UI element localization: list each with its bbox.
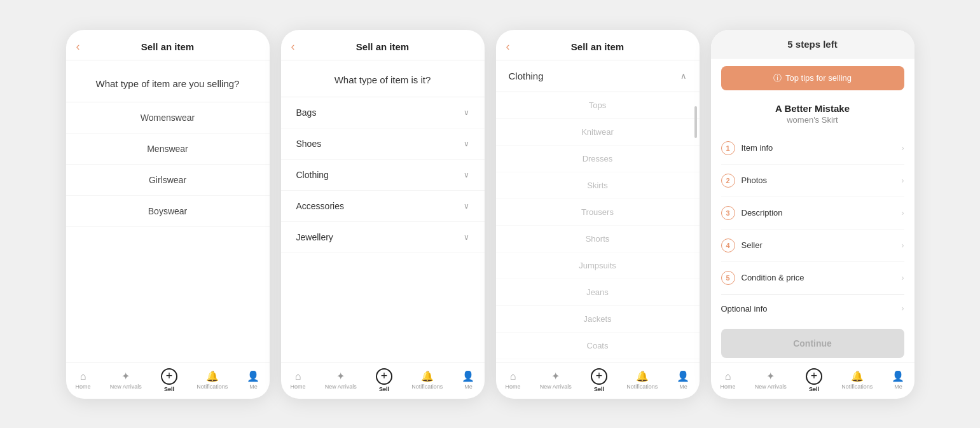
nav-notifications-3[interactable]: 🔔 Notifications — [626, 370, 658, 390]
step-left-2: 2 Photos — [721, 174, 767, 188]
back-icon-3[interactable]: ‹ — [506, 40, 510, 53]
screen1-question: What type of item are you selling? — [66, 60, 270, 102]
nav-notifications-label-1: Notifications — [197, 383, 228, 390]
optional-section[interactable]: Optional info › — [721, 294, 904, 322]
step-row-1[interactable]: 1 Item info › — [721, 132, 904, 165]
step-left-4: 4 Seller — [721, 238, 763, 252]
accordion-accessories-label: Accessories — [296, 201, 344, 211]
home-icon-4: ⌂ — [725, 371, 731, 382]
screen-3: ‹ Sell an item Clothing ∧ Tops Knitwear … — [496, 30, 700, 399]
nav-me-label-4: Me — [894, 383, 902, 390]
step-left-5: 5 Condition & price — [721, 271, 804, 285]
sub-trousers[interactable]: Trousers — [496, 199, 700, 226]
step-row-5[interactable]: 5 Condition & price › — [721, 262, 904, 294]
screen1-title: Sell an item — [141, 41, 194, 52]
nav-newarrivals-2[interactable]: ✦ New Arrivals — [325, 370, 357, 390]
continue-button[interactable]: Continue — [721, 329, 904, 358]
nav-newarrivals-3[interactable]: ✦ New Arrivals — [540, 370, 572, 390]
nav-me-4[interactable]: 👤 Me — [892, 370, 904, 390]
accordion-clothing[interactable]: Clothing ∨ — [281, 160, 485, 191]
chevron-accessories: ∨ — [464, 202, 469, 211]
nav-home-1[interactable]: ⌂ Home — [76, 371, 91, 390]
screen3-header: ‹ Sell an item — [496, 30, 700, 60]
accordion-clothing-label: Clothing — [296, 170, 329, 180]
step-row-2[interactable]: 2 Photos › — [721, 165, 904, 197]
step-number-5: 5 — [721, 271, 735, 285]
nav-newarrivals-1[interactable]: ✦ New Arrivals — [110, 370, 142, 390]
accordion-accessories[interactable]: Accessories ∨ — [281, 191, 485, 222]
accordion-shoes-label: Shoes — [296, 139, 322, 149]
scrollbar-indicator — [694, 106, 697, 138]
sub-tops[interactable]: Tops — [496, 92, 700, 119]
newarrivals-icon-1: ✦ — [121, 370, 130, 382]
nav-sell-3[interactable]: + Sell — [591, 368, 607, 392]
newarrivals-icon-3: ✦ — [551, 370, 560, 382]
nav-home-4[interactable]: ⌂ Home — [721, 371, 736, 390]
accordion-bags[interactable]: Bags ∨ — [281, 97, 485, 128]
newarrivals-icon-2: ✦ — [336, 370, 345, 382]
accordion-jewellery[interactable]: Jewellery ∨ — [281, 222, 485, 253]
item-name-title: A Better Mistake — [721, 103, 904, 114]
sub-skirts[interactable]: Skirts — [496, 172, 700, 199]
tips-banner[interactable]: ⓘ Top tips for selling — [721, 66, 904, 90]
sub-shorts[interactable]: Shorts — [496, 226, 700, 252]
step-row-3[interactable]: 3 Description › — [721, 197, 904, 230]
step-chevron-3: › — [902, 209, 904, 217]
nav-notifications-2[interactable]: 🔔 Notifications — [411, 370, 443, 390]
screen-2: ‹ Sell an item What type of item is it? … — [281, 30, 485, 399]
accordion-shoes[interactable]: Shoes ∨ — [281, 128, 485, 160]
category-menswear[interactable]: Menswear — [66, 134, 270, 165]
nav-notifications-label-3: Notifications — [626, 383, 658, 390]
nav-sell-1[interactable]: + Sell — [161, 368, 177, 392]
screen1-category-list: Womenswear Menswear Girlswear Boyswear — [66, 102, 270, 227]
screen4-bottom-nav: ⌂ Home ✦ New Arrivals + Sell 🔔 Notificat… — [711, 362, 914, 399]
screen2-header: ‹ Sell an item — [281, 30, 485, 60]
clothing-category-header[interactable]: Clothing ∧ — [496, 60, 700, 92]
step-label-2: Photos — [742, 176, 767, 185]
nav-me-1[interactable]: 👤 Me — [247, 370, 259, 390]
step-row-4[interactable]: 4 Seller › — [721, 230, 904, 262]
step-chevron-4: › — [902, 241, 904, 250]
sub-jeans[interactable]: Jeans — [496, 279, 700, 306]
nav-home-label-1: Home — [76, 383, 91, 390]
notifications-icon-1: 🔔 — [206, 370, 219, 382]
nav-notifications-1[interactable]: 🔔 Notifications — [197, 370, 228, 390]
nav-sell-label-4: Sell — [809, 386, 819, 392]
step-label-3: Description — [742, 208, 783, 217]
nav-sell-2[interactable]: + Sell — [376, 368, 392, 392]
steps-list: 1 Item info › 2 Photos › 3 Description — [711, 132, 914, 294]
nav-me-3[interactable]: 👤 Me — [677, 370, 689, 390]
step-label-1: Item info — [742, 143, 773, 153]
category-womenswear[interactable]: Womenswear — [66, 102, 270, 134]
screen2-title: Sell an item — [356, 41, 409, 52]
nav-me-2[interactable]: 👤 Me — [462, 370, 474, 390]
step-chevron-1: › — [902, 144, 904, 153]
home-icon-1: ⌂ — [80, 371, 86, 382]
category-girlswear[interactable]: Girlswear — [66, 165, 270, 196]
category-boyswear[interactable]: Boyswear — [66, 196, 270, 227]
optional-label: Optional info — [721, 304, 768, 314]
notifications-icon-3: 🔔 — [636, 370, 649, 382]
sell-plus-icon-1: + — [161, 368, 177, 385]
screen1-bottom-nav: ⌂ Home ✦ New Arrivals + Sell 🔔 Notificat… — [66, 362, 270, 399]
nav-sell-4[interactable]: + Sell — [806, 368, 822, 392]
sub-coats[interactable]: Coats — [496, 333, 700, 359]
nav-newarrivals-4[interactable]: ✦ New Arrivals — [755, 370, 787, 390]
screen2-content: What type of item is it? Bags ∨ Shoes ∨ … — [281, 60, 485, 362]
accordion-jewellery-label: Jewellery — [296, 232, 333, 242]
screen4-content: ⓘ Top tips for selling A Better Mistake … — [711, 59, 914, 362]
sub-jumpsuits[interactable]: Jumpsuits — [496, 252, 700, 279]
sub-dresses[interactable]: Dresses — [496, 146, 700, 172]
step-number-2: 2 — [721, 174, 735, 188]
nav-notifications-4[interactable]: 🔔 Notifications — [841, 370, 873, 390]
nav-home-3[interactable]: ⌂ Home — [506, 371, 521, 390]
sell-plus-icon-4: + — [806, 368, 822, 385]
nav-newarrivals-label-4: New Arrivals — [755, 383, 787, 390]
back-icon-1[interactable]: ‹ — [76, 40, 80, 53]
nav-home-2[interactable]: ⌂ Home — [291, 371, 306, 390]
step-number-4: 4 — [721, 238, 735, 252]
back-icon-2[interactable]: ‹ — [291, 40, 295, 53]
nav-home-label-2: Home — [291, 383, 306, 390]
sub-jackets[interactable]: Jackets — [496, 306, 700, 333]
sub-knitwear[interactable]: Knitwear — [496, 119, 700, 146]
